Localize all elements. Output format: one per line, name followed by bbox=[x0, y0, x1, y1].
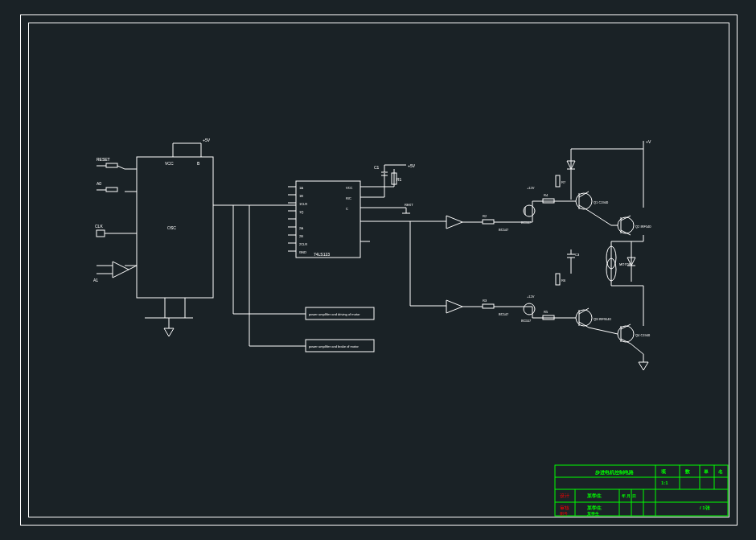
row1-c1: 设计 bbox=[560, 493, 569, 498]
row1-c3: 年 月 日 bbox=[621, 493, 636, 498]
svg-text:VCC: VCC bbox=[346, 186, 353, 190]
anno2-text: power amplifier and brake of motor bbox=[309, 344, 359, 348]
ic1-5v: +5V bbox=[203, 138, 211, 142]
svg-text:C3: C3 bbox=[575, 253, 580, 257]
vcc-label: +V bbox=[646, 139, 651, 144]
drawing-title: 步进电机控制电路 bbox=[594, 469, 635, 476]
output-stage: +V Q1 C1940 R4 BC557 Q2 IRF540 MOTOR bbox=[515, 139, 651, 370]
opamp-driver-bottom: R3 BC547 bbox=[446, 299, 515, 316]
svg-text:R/C: R/C bbox=[346, 196, 351, 200]
sheet-num: / 1张 bbox=[700, 505, 711, 510]
svg-rect-70 bbox=[483, 220, 494, 224]
svg-marker-74 bbox=[446, 300, 462, 313]
svg-text:R4: R4 bbox=[544, 193, 549, 197]
svg-line-87 bbox=[579, 192, 589, 197]
svg-text:+12V: +12V bbox=[527, 186, 535, 190]
svg-text:2CLR: 2CLR bbox=[299, 242, 307, 246]
row2-c2: 某学生 bbox=[586, 505, 602, 510]
a0-lbl: A0 bbox=[97, 181, 101, 186]
a1-lbl: A1 bbox=[93, 278, 98, 282]
hdr-1: 项 bbox=[660, 469, 667, 474]
row3-c2: 某学生 bbox=[586, 511, 599, 516]
svg-text:C: C bbox=[346, 207, 348, 211]
svg-text:1CLR: 1CLR bbox=[299, 202, 307, 206]
reset-lbl: RESET bbox=[97, 157, 110, 162]
hdr-4: 名 bbox=[717, 468, 723, 474]
scale: 1:1 bbox=[661, 480, 668, 485]
r1-label: R1 bbox=[396, 177, 402, 182]
q4-label: Q4 C1940 bbox=[635, 333, 651, 337]
svg-text:BC557: BC557 bbox=[521, 319, 532, 323]
svg-text:R2: R2 bbox=[483, 214, 487, 218]
transistor-q3: Q3 IRF9540 bbox=[576, 308, 612, 328]
q2-label: Q2 IRF540 bbox=[635, 225, 651, 229]
svg-line-121 bbox=[579, 322, 589, 328]
svg-rect-20 bbox=[97, 230, 105, 237]
clk-lbl: CLK bbox=[95, 224, 103, 229]
ic2-rc-network: R1 C1 +5V REXT bbox=[370, 163, 416, 213]
svg-rect-138 bbox=[556, 175, 560, 187]
svg-line-133 bbox=[589, 328, 618, 334]
hdr-2: 数 bbox=[684, 469, 691, 475]
row2-c1: 审核 bbox=[560, 505, 569, 510]
svg-point-118 bbox=[576, 310, 592, 326]
ic1-b: B bbox=[197, 161, 200, 166]
svg-marker-21 bbox=[113, 262, 129, 278]
opamp-input: A1 bbox=[93, 262, 137, 282]
svg-line-120 bbox=[579, 308, 589, 314]
anno1-text: power amplifier and driving of motor bbox=[309, 312, 360, 316]
svg-text:R3: R3 bbox=[483, 299, 487, 303]
q1-label: Q1 C1940 bbox=[594, 200, 609, 204]
opamp-driver-top: R2 BC547 bbox=[446, 214, 515, 232]
svg-point-127 bbox=[524, 303, 535, 315]
svg-text:R7: R7 bbox=[561, 180, 566, 184]
svg-text:1A: 1A bbox=[299, 186, 303, 190]
annotation-box-1: power amplifier and driving of motor bbox=[306, 307, 374, 319]
ic2-label: 74LS123 bbox=[314, 252, 330, 257]
svg-text:BC557: BC557 bbox=[521, 221, 532, 225]
svg-rect-17 bbox=[106, 188, 117, 192]
svg-marker-143 bbox=[639, 362, 648, 370]
motor: MOTOR bbox=[606, 241, 631, 286]
c1-label: C1 bbox=[374, 165, 380, 170]
ic-oscillator: OSC VCC B +5V bbox=[125, 138, 233, 336]
svg-text:R6: R6 bbox=[561, 278, 566, 282]
hdr-3: 单 bbox=[703, 468, 709, 474]
svg-text:BC547: BC547 bbox=[499, 312, 509, 316]
svg-line-16 bbox=[117, 166, 125, 169]
row3-c1: 图号 bbox=[560, 511, 568, 516]
svg-line-140 bbox=[631, 344, 643, 354]
transistor-q4: Q4 C1940 bbox=[618, 324, 651, 344]
zener bbox=[627, 241, 635, 282]
svg-marker-13 bbox=[164, 328, 174, 336]
q3-label: Q3 IRF9540 bbox=[594, 317, 612, 321]
svg-text:2B: 2B bbox=[299, 234, 303, 238]
input-network: RESET A0 CLK bbox=[95, 157, 125, 237]
svg-point-89 bbox=[576, 193, 592, 209]
svg-point-129 bbox=[618, 326, 634, 342]
transistor-q1: Q1 C1940 bbox=[576, 192, 609, 211]
ic-74ls123: 74LS123 1A 1B 1CLR 1Q 2A 2B 2CLR GND VCC… bbox=[288, 181, 370, 258]
svg-text:R5: R5 bbox=[544, 310, 549, 314]
svg-text:1Q: 1Q bbox=[299, 210, 303, 214]
annotation-box-2: power amplifier and brake of motor bbox=[306, 340, 374, 352]
ic2-5v: +5V bbox=[408, 163, 416, 168]
svg-rect-136 bbox=[556, 274, 560, 285]
ic1-vcc: VCC bbox=[165, 161, 174, 166]
svg-text:+12V: +12V bbox=[527, 295, 535, 299]
svg-text:BC547: BC547 bbox=[499, 228, 509, 232]
svg-text:1B: 1B bbox=[299, 194, 303, 198]
svg-line-102 bbox=[589, 211, 611, 225]
transistor-q2: Q2 IRF540 bbox=[618, 216, 651, 235]
svg-marker-68 bbox=[446, 216, 462, 229]
svg-rect-14 bbox=[106, 163, 117, 167]
svg-line-88 bbox=[579, 205, 589, 211]
svg-rect-76 bbox=[483, 304, 494, 308]
row1-c2: 某学生 bbox=[586, 493, 602, 498]
schematic-diagram: OSC VCC B +5V RESET A0 CLK A1 power ampl… bbox=[0, 0, 756, 540]
title-block: 步进电机控制电路 项 数 单 名 1:1 设计 某学生 年 月 日 审核 某学生… bbox=[555, 465, 728, 516]
ic1-label: OSC bbox=[167, 225, 176, 230]
svg-line-24 bbox=[129, 266, 137, 270]
svg-text:GND: GND bbox=[299, 250, 306, 254]
svg-text:REXT: REXT bbox=[405, 203, 413, 207]
